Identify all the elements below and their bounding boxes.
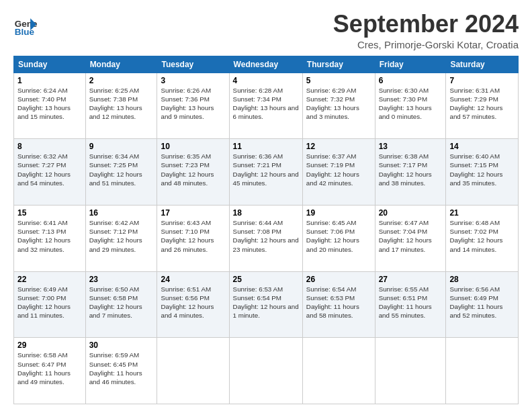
day-number: 23 (89, 275, 154, 284)
day-detail: Sunrise: 6:37 AMSunset: 7:19 PMDaylight:… (306, 152, 359, 187)
page: General Blue September 2024 Cres, Primor… (0, 0, 532, 411)
day-number: 30 (89, 340, 154, 350)
main-title: September 2024 (333, 11, 519, 38)
calendar-week-row: 22Sunrise: 6:49 AMSunset: 7:00 PMDayligh… (14, 271, 519, 338)
day-detail: Sunrise: 6:47 AMSunset: 7:04 PMDaylight:… (379, 219, 432, 253)
table-row: 24Sunrise: 6:51 AMSunset: 6:56 PMDayligh… (157, 271, 229, 338)
calendar-table: Sunday Monday Tuesday Wednesday Thursday… (13, 56, 519, 404)
table-row: 5Sunrise: 6:29 AMSunset: 7:32 PMDaylight… (302, 73, 375, 139)
day-number: 26 (306, 275, 371, 284)
table-row: 14Sunrise: 6:40 AMSunset: 7:15 PMDayligh… (446, 139, 519, 205)
table-row: 11Sunrise: 6:36 AMSunset: 7:21 PMDayligh… (229, 139, 302, 205)
table-row (446, 338, 519, 404)
table-row: 17Sunrise: 6:43 AMSunset: 7:10 PMDayligh… (157, 205, 229, 271)
header: General Blue September 2024 Cres, Primor… (13, 11, 519, 50)
calendar-week-row: 1Sunrise: 6:24 AMSunset: 7:40 PMDaylight… (14, 73, 519, 139)
day-detail: Sunrise: 6:54 AMSunset: 6:53 PMDaylight:… (306, 285, 359, 320)
day-number: 27 (379, 275, 443, 284)
table-row: 20Sunrise: 6:47 AMSunset: 7:04 PMDayligh… (375, 205, 446, 271)
day-number: 3 (161, 76, 225, 85)
table-row: 15Sunrise: 6:41 AMSunset: 7:13 PMDayligh… (14, 205, 86, 271)
day-number: 15 (17, 208, 82, 218)
day-detail: Sunrise: 6:29 AMSunset: 7:32 PMDaylight:… (306, 87, 359, 121)
table-row: 30Sunrise: 6:59 AMSunset: 6:45 PMDayligh… (85, 338, 157, 404)
day-number: 12 (306, 142, 371, 151)
table-row: 27Sunrise: 6:55 AMSunset: 6:51 PMDayligh… (375, 271, 446, 338)
day-number: 24 (161, 275, 225, 284)
table-row: 3Sunrise: 6:26 AMSunset: 7:36 PMDaylight… (157, 73, 229, 139)
col-sunday: Sunday (14, 56, 86, 73)
table-row (375, 338, 446, 404)
table-row: 19Sunrise: 6:45 AMSunset: 7:06 PMDayligh… (302, 205, 375, 271)
table-row: 1Sunrise: 6:24 AMSunset: 7:40 PMDaylight… (14, 73, 86, 139)
col-thursday: Thursday (302, 56, 375, 73)
day-number: 9 (89, 142, 154, 151)
day-detail: Sunrise: 6:50 AMSunset: 6:58 PMDaylight:… (89, 285, 142, 320)
col-saturday: Saturday (446, 56, 519, 73)
day-detail: Sunrise: 6:55 AMSunset: 6:51 PMDaylight:… (379, 285, 432, 320)
day-detail: Sunrise: 6:41 AMSunset: 7:13 PMDaylight:… (17, 219, 71, 253)
day-number: 6 (379, 76, 443, 85)
day-detail: Sunrise: 6:43 AMSunset: 7:10 PMDaylight:… (161, 219, 214, 253)
day-number: 7 (449, 76, 515, 85)
table-row (229, 338, 302, 404)
logo: General Blue (13, 13, 40, 38)
day-number: 20 (379, 208, 443, 218)
day-detail: Sunrise: 6:36 AMSunset: 7:21 PMDaylight:… (233, 152, 299, 187)
calendar-header-row: Sunday Monday Tuesday Wednesday Thursday… (14, 56, 519, 73)
day-detail: Sunrise: 6:45 AMSunset: 7:06 PMDaylight:… (306, 219, 359, 253)
table-row: 9Sunrise: 6:34 AMSunset: 7:25 PMDaylight… (85, 139, 157, 205)
calendar-week-row: 29Sunrise: 6:58 AMSunset: 6:47 PMDayligh… (14, 338, 519, 404)
day-number: 13 (379, 142, 443, 151)
day-detail: Sunrise: 6:24 AMSunset: 7:40 PMDaylight:… (17, 87, 71, 121)
day-detail: Sunrise: 6:59 AMSunset: 6:45 PMDaylight:… (89, 351, 142, 385)
table-row: 18Sunrise: 6:44 AMSunset: 7:08 PMDayligh… (229, 205, 302, 271)
col-monday: Monday (85, 56, 157, 73)
day-number: 14 (449, 142, 515, 151)
table-row: 6Sunrise: 6:30 AMSunset: 7:30 PMDaylight… (375, 73, 446, 139)
day-detail: Sunrise: 6:51 AMSunset: 6:56 PMDaylight:… (161, 285, 214, 320)
day-number: 17 (161, 208, 225, 218)
table-row: 10Sunrise: 6:35 AMSunset: 7:23 PMDayligh… (157, 139, 229, 205)
table-row: 22Sunrise: 6:49 AMSunset: 7:00 PMDayligh… (14, 271, 86, 338)
day-number: 16 (89, 208, 154, 218)
table-row: 13Sunrise: 6:38 AMSunset: 7:17 PMDayligh… (375, 139, 446, 205)
table-row: 23Sunrise: 6:50 AMSunset: 6:58 PMDayligh… (85, 271, 157, 338)
day-number: 19 (306, 208, 371, 218)
day-detail: Sunrise: 6:26 AMSunset: 7:36 PMDaylight:… (161, 87, 214, 121)
day-number: 11 (233, 142, 299, 151)
day-number: 2 (89, 76, 154, 85)
table-row (157, 338, 229, 404)
day-detail: Sunrise: 6:53 AMSunset: 6:54 PMDaylight:… (233, 285, 299, 320)
day-number: 18 (233, 208, 299, 218)
day-detail: Sunrise: 6:38 AMSunset: 7:17 PMDaylight:… (379, 152, 432, 187)
day-detail: Sunrise: 6:58 AMSunset: 6:47 PMDaylight:… (17, 351, 71, 385)
day-detail: Sunrise: 6:35 AMSunset: 7:23 PMDaylight:… (161, 152, 214, 187)
day-detail: Sunrise: 6:49 AMSunset: 7:00 PMDaylight:… (17, 285, 71, 320)
calendar-week-row: 8Sunrise: 6:32 AMSunset: 7:27 PMDaylight… (14, 139, 519, 205)
calendar-week-row: 15Sunrise: 6:41 AMSunset: 7:13 PMDayligh… (14, 205, 519, 271)
day-detail: Sunrise: 6:25 AMSunset: 7:38 PMDaylight:… (89, 87, 142, 121)
table-row: 7Sunrise: 6:31 AMSunset: 7:29 PMDaylight… (446, 73, 519, 139)
day-detail: Sunrise: 6:32 AMSunset: 7:27 PMDaylight:… (17, 152, 71, 187)
table-row: 4Sunrise: 6:28 AMSunset: 7:34 PMDaylight… (229, 73, 302, 139)
col-wednesday: Wednesday (229, 56, 302, 73)
col-friday: Friday (375, 56, 446, 73)
table-row: 8Sunrise: 6:32 AMSunset: 7:27 PMDaylight… (14, 139, 86, 205)
day-detail: Sunrise: 6:40 AMSunset: 7:15 PMDaylight:… (449, 152, 502, 187)
day-detail: Sunrise: 6:34 AMSunset: 7:25 PMDaylight:… (89, 152, 142, 187)
day-detail: Sunrise: 6:28 AMSunset: 7:34 PMDaylight:… (233, 87, 299, 121)
table-row: 29Sunrise: 6:58 AMSunset: 6:47 PMDayligh… (14, 338, 86, 404)
day-number: 1 (17, 76, 82, 85)
subtitle: Cres, Primorje-Gorski Kotar, Croatia (333, 39, 519, 50)
table-row: 16Sunrise: 6:42 AMSunset: 7:12 PMDayligh… (85, 205, 157, 271)
day-number: 4 (233, 76, 299, 85)
day-number: 29 (17, 340, 82, 350)
day-number: 21 (449, 208, 515, 218)
day-number: 8 (17, 142, 82, 151)
day-number: 25 (233, 275, 299, 284)
day-detail: Sunrise: 6:48 AMSunset: 7:02 PMDaylight:… (449, 219, 502, 253)
day-detail: Sunrise: 6:56 AMSunset: 6:49 PMDaylight:… (449, 285, 502, 320)
table-row: 25Sunrise: 6:53 AMSunset: 6:54 PMDayligh… (229, 271, 302, 338)
day-number: 22 (17, 275, 82, 284)
